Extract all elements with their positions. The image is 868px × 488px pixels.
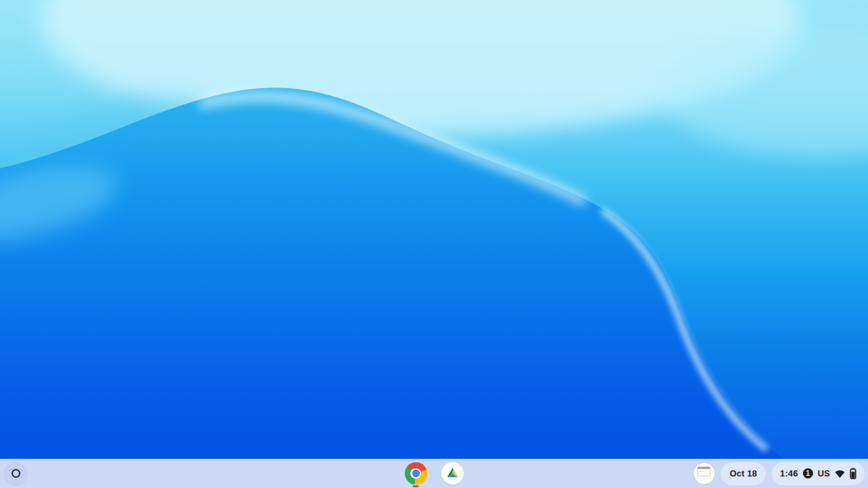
wifi-icon	[835, 469, 845, 478]
running-app-indicator	[413, 485, 419, 487]
battery-icon	[850, 468, 856, 479]
notification-count-badge: 1	[803, 468, 813, 478]
app-chrome-button[interactable]	[402, 459, 429, 488]
status-tray: Oct 18 1:46 1 US	[694, 459, 865, 488]
status-area-pill[interactable]: 1:46 1 US	[772, 462, 865, 485]
desktop: Oct 18 1:46 1 US	[0, 0, 868, 488]
time-label: 1:46	[780, 468, 797, 478]
shelf-apps	[402, 459, 466, 488]
launcher-button[interactable]	[3, 462, 28, 486]
chrome-icon	[405, 462, 427, 485]
screenshot-thumbnail-icon	[697, 466, 711, 476]
launcher-icon	[12, 469, 20, 478]
shelf: Oct 18 1:46 1 US	[0, 459, 868, 488]
keyboard-layout-label: US	[818, 468, 830, 478]
notification-preview-button[interactable]	[694, 463, 715, 484]
drive-icon	[441, 462, 464, 485]
calendar-pill[interactable]: Oct 18	[721, 462, 766, 485]
date-label: Oct 18	[730, 468, 757, 478]
wallpaper	[0, 0, 868, 488]
app-drive-button[interactable]	[439, 459, 466, 488]
